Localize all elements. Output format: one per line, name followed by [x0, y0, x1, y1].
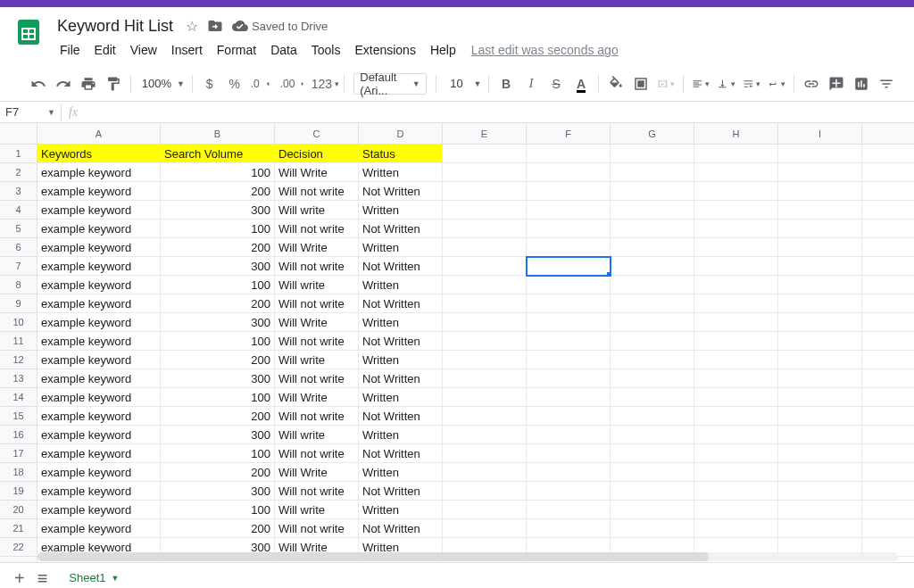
cell[interactable]: Will not write [275, 219, 359, 238]
cell[interactable]: Written [359, 388, 443, 407]
percent-button[interactable]: % [223, 72, 246, 95]
cell[interactable] [778, 276, 862, 294]
italic-button[interactable]: I [519, 72, 543, 95]
cell[interactable] [778, 501, 862, 519]
cell[interactable] [611, 444, 694, 463]
document-title[interactable]: Keyword Hit List [54, 16, 177, 37]
cell[interactable]: example keyword [37, 257, 161, 276]
cell[interactable] [862, 257, 914, 276]
column-header[interactable]: E [443, 123, 527, 145]
cell[interactable] [443, 332, 527, 351]
cell[interactable]: Not Written [359, 219, 443, 238]
cell[interactable]: Not Written [359, 369, 443, 388]
row-header[interactable]: 3 [0, 182, 37, 201]
add-sheet-button[interactable]: + [14, 568, 25, 588]
cell[interactable]: Search Volume [161, 145, 275, 163]
cell[interactable]: example keyword [37, 388, 161, 407]
cell[interactable]: example keyword [37, 276, 161, 294]
row-header[interactable]: 17 [0, 444, 37, 463]
print-icon[interactable] [77, 72, 100, 95]
cell[interactable]: 100 [161, 444, 275, 463]
cell[interactable]: Not Written [359, 519, 443, 538]
paint-format-icon[interactable] [102, 72, 125, 95]
cell[interactable] [862, 388, 914, 407]
cell[interactable] [862, 276, 914, 294]
cell[interactable] [443, 351, 527, 369]
cell[interactable] [611, 463, 694, 482]
cell[interactable] [862, 482, 914, 501]
cell[interactable]: example keyword [37, 313, 161, 332]
cell[interactable] [694, 351, 778, 369]
zoom-select[interactable]: 100%▼ [137, 77, 187, 90]
cell[interactable] [527, 257, 611, 276]
cell[interactable] [694, 238, 778, 257]
font-size-box[interactable]: 10 ▼ [443, 77, 481, 90]
cell[interactable] [778, 332, 862, 351]
cell[interactable] [694, 369, 778, 388]
text-color-button[interactable]: A [569, 72, 593, 95]
cell[interactable] [611, 351, 694, 369]
cell[interactable] [778, 407, 862, 426]
cell[interactable] [778, 369, 862, 388]
cell[interactable] [862, 313, 914, 332]
cell[interactable] [527, 163, 611, 182]
cell[interactable] [611, 519, 694, 538]
last-edit-link[interactable]: Last edit was seconds ago [464, 43, 619, 57]
cell[interactable]: Will Write [275, 163, 359, 182]
cell[interactable] [443, 238, 527, 257]
sheet-tab[interactable]: Sheet1 ▼ [60, 566, 128, 588]
cell[interactable] [527, 276, 611, 294]
undo-icon[interactable] [27, 72, 50, 95]
text-wrap-button[interactable]: ▾ [740, 72, 763, 95]
borders-button[interactable] [629, 72, 652, 95]
cell[interactable]: example keyword [37, 238, 161, 257]
cell[interactable] [862, 369, 914, 388]
cell[interactable]: example keyword [37, 501, 161, 519]
cell[interactable]: Written [359, 501, 443, 519]
cell[interactable] [443, 294, 527, 313]
star-icon[interactable]: ☆ [186, 18, 198, 35]
row-header[interactable]: 8 [0, 276, 37, 294]
cell[interactable]: Will write [275, 276, 359, 294]
row-header[interactable]: 12 [0, 351, 37, 369]
cell[interactable] [443, 501, 527, 519]
cell[interactable] [862, 519, 914, 538]
cell[interactable] [443, 145, 527, 163]
cell[interactable] [527, 332, 611, 351]
redo-icon[interactable] [52, 72, 75, 95]
cell[interactable]: 100 [161, 276, 275, 294]
cell[interactable] [862, 426, 914, 444]
cell[interactable] [862, 501, 914, 519]
column-header[interactable]: A [37, 123, 161, 145]
menu-extensions[interactable]: Extensions [348, 39, 421, 61]
cell[interactable] [778, 351, 862, 369]
horizontal-scrollbar[interactable] [37, 551, 898, 562]
cell[interactable] [527, 463, 611, 482]
cell[interactable] [527, 407, 611, 426]
cell[interactable] [527, 294, 611, 313]
menu-file[interactable]: File [54, 39, 87, 61]
merge-cells-button[interactable]: ▾ [654, 72, 677, 95]
cell[interactable] [694, 444, 778, 463]
cell[interactable] [611, 294, 694, 313]
insert-comment-button[interactable] [825, 72, 848, 95]
cell[interactable]: example keyword [37, 351, 161, 369]
cell[interactable] [694, 294, 778, 313]
cell[interactable]: Status [359, 145, 443, 163]
move-icon[interactable] [207, 18, 223, 34]
cell[interactable] [443, 463, 527, 482]
cell[interactable] [694, 407, 778, 426]
cell[interactable]: example keyword [37, 294, 161, 313]
cell[interactable]: 300 [161, 201, 275, 219]
cell[interactable] [443, 482, 527, 501]
cell[interactable]: Will not write [275, 332, 359, 351]
cell[interactable]: Written [359, 313, 443, 332]
row-header[interactable]: 2 [0, 163, 37, 182]
row-header[interactable]: 5 [0, 219, 37, 238]
cell[interactable] [694, 163, 778, 182]
cell[interactable]: Will not write [275, 482, 359, 501]
column-header[interactable]: G [611, 123, 694, 145]
row-header[interactable]: 10 [0, 313, 37, 332]
cell[interactable] [862, 163, 914, 182]
column-header[interactable]: I [778, 123, 862, 145]
